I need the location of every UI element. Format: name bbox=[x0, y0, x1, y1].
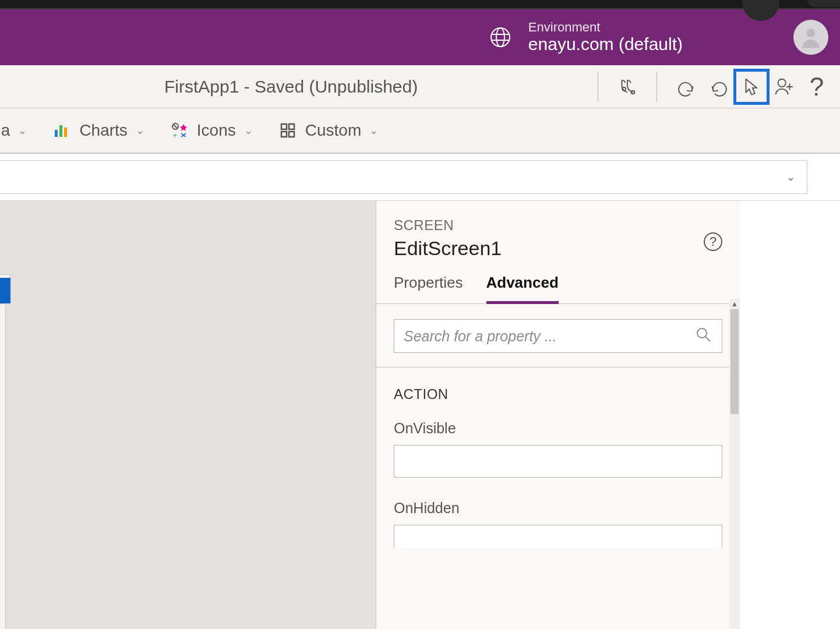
insert-ribbon: dia ⌄ Charts ⌄ + Icons ⌄ Custom ⌄ bbox=[0, 108, 840, 154]
formula-bar[interactable]: ⌄ bbox=[0, 160, 807, 194]
svg-rect-14 bbox=[281, 132, 287, 137]
panel-object-name: EditScreen1 bbox=[394, 237, 722, 260]
prop-label-onvisible: OnVisible bbox=[394, 420, 722, 437]
app-header: Environment enayu.com (default) bbox=[0, 9, 840, 65]
ribbon-custom-label: Custom bbox=[305, 121, 361, 140]
user-avatar[interactable] bbox=[793, 20, 828, 55]
svg-line-17 bbox=[705, 337, 710, 341]
ribbon-media-label: dia bbox=[0, 121, 10, 140]
charts-icon bbox=[52, 121, 71, 140]
chevron-down-icon: ⌄ bbox=[18, 124, 27, 137]
svg-point-0 bbox=[491, 28, 510, 47]
property-search-input[interactable] bbox=[404, 328, 695, 345]
tab-properties[interactable]: Properties bbox=[394, 274, 463, 303]
environment-block[interactable]: Environment enayu.com (default) bbox=[528, 20, 683, 55]
ribbon-icons-label: Icons bbox=[197, 121, 236, 140]
svg-rect-15 bbox=[289, 132, 294, 137]
canvas-scrollbar[interactable] bbox=[0, 303, 6, 629]
panel-help-icon[interactable]: ? bbox=[704, 232, 722, 251]
environment-label: Environment bbox=[528, 20, 683, 34]
custom-icon bbox=[278, 121, 297, 140]
properties-panel: SCREEN EditScreen1 ? Properties Advanced… bbox=[376, 201, 740, 629]
title-toolbar: FirstApp1 - Saved (Unpublished) ? bbox=[0, 65, 840, 108]
icons-icon: + bbox=[170, 121, 189, 140]
browser-notch bbox=[807, 0, 840, 7]
svg-rect-8 bbox=[64, 128, 67, 137]
tab-advanced[interactable]: Advanced bbox=[486, 274, 559, 304]
svg-point-1 bbox=[496, 28, 504, 47]
svg-point-3 bbox=[622, 87, 626, 90]
divider bbox=[376, 367, 740, 367]
chevron-down-icon[interactable]: ⌄ bbox=[786, 171, 795, 183]
globe-icon bbox=[489, 26, 512, 49]
svg-point-2 bbox=[807, 29, 816, 37]
svg-rect-12 bbox=[281, 124, 287, 129]
panel-tabs: Properties Advanced bbox=[376, 260, 740, 304]
panel-scrollbar[interactable]: ▲ bbox=[729, 299, 740, 629]
property-search[interactable] bbox=[394, 319, 722, 353]
scroll-up-icon[interactable]: ▲ bbox=[729, 299, 740, 309]
svg-point-5 bbox=[778, 79, 786, 86]
chevron-down-icon: ⌄ bbox=[136, 124, 144, 137]
ribbon-charts-label: Charts bbox=[79, 121, 127, 140]
svg-point-16 bbox=[697, 328, 707, 338]
scroll-thumb[interactable] bbox=[730, 309, 739, 414]
app-checker-button[interactable] bbox=[611, 70, 644, 103]
share-button[interactable] bbox=[768, 70, 800, 103]
svg-line-10 bbox=[174, 125, 177, 128]
ribbon-charts[interactable]: Charts ⌄ bbox=[50, 121, 146, 140]
main-area: SCREEN EditScreen1 ? Properties Advanced… bbox=[0, 200, 840, 629]
svg-rect-6 bbox=[55, 130, 58, 137]
svg-rect-13 bbox=[289, 124, 294, 129]
prop-input-onvisible[interactable] bbox=[394, 445, 722, 478]
ribbon-custom[interactable]: Custom ⌄ bbox=[276, 121, 380, 140]
svg-text:+: + bbox=[173, 132, 177, 139]
help-button[interactable]: ? bbox=[800, 70, 833, 103]
separator bbox=[598, 72, 598, 102]
prop-label-onhidden: OnHidden bbox=[394, 500, 722, 517]
design-canvas[interactable] bbox=[0, 201, 376, 629]
chevron-down-icon: ⌄ bbox=[244, 124, 253, 137]
undo-button[interactable] bbox=[670, 70, 703, 103]
app-title: FirstApp1 - Saved (Unpublished) bbox=[164, 77, 418, 97]
environment-name: enayu.com (default) bbox=[528, 34, 683, 55]
ribbon-icons[interactable]: + Icons ⌄ bbox=[168, 121, 255, 140]
prop-input-onhidden[interactable] bbox=[394, 525, 722, 548]
browser-chrome-top bbox=[0, 0, 840, 9]
section-action-header: ACTION bbox=[394, 386, 722, 402]
panel-object-type: SCREEN bbox=[394, 217, 722, 234]
page-right-margin bbox=[740, 201, 840, 629]
formula-bar-row: ⌄ bbox=[0, 154, 840, 200]
preview-button[interactable] bbox=[735, 70, 768, 103]
search-icon bbox=[695, 326, 712, 346]
ribbon-media[interactable]: dia ⌄ bbox=[0, 121, 29, 140]
redo-button[interactable] bbox=[703, 70, 735, 103]
separator bbox=[657, 72, 657, 102]
chevron-down-icon: ⌄ bbox=[369, 124, 378, 137]
canvas-selection-handle[interactable] bbox=[0, 278, 10, 303]
svg-rect-7 bbox=[59, 125, 62, 137]
